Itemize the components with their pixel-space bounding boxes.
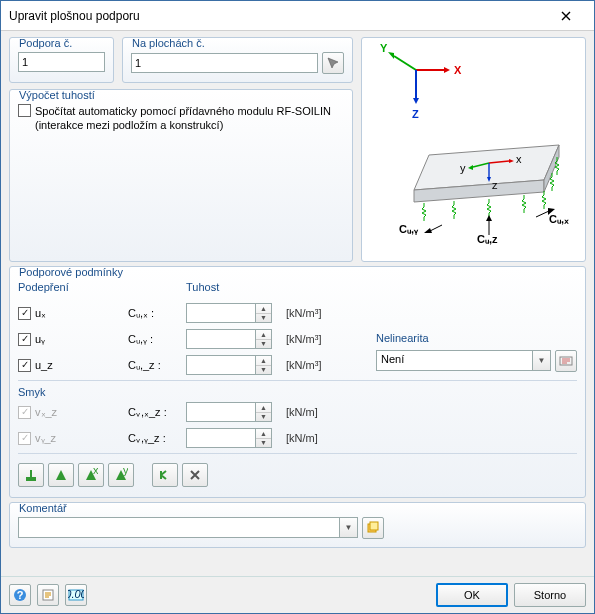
separator-2 [18,453,577,454]
svg-text:y: y [460,162,466,174]
uy-label: uᵧ [35,333,45,346]
ok-button[interactable]: OK [436,583,508,607]
units-button[interactable]: 0.00 [65,584,87,606]
smyk-label: Smyk [18,386,577,398]
client-area: Podpora č. Na plochách č. Výpočet tuhost… [1,31,594,576]
cuy-unit: [kN/m³] [286,333,356,345]
cvyz-label: Cᵥ,ᵧ_z : [128,432,186,445]
svg-text:Y: Y [380,42,388,54]
preset-4-button[interactable]: y [108,463,134,487]
ux-checkbox[interactable] [18,307,31,320]
uz-label: u_z [35,359,53,371]
row-vyz[interactable]: vᵧ_z [18,432,128,445]
cvyz-unit: [kN/m] [286,432,356,444]
col-podepreni: Podepření [18,281,128,293]
svg-text:Z: Z [412,108,419,120]
cuy-input[interactable]: ▲▼ [186,329,286,349]
svg-text:Cᵤ,ₓ: Cᵤ,ₓ [549,213,569,225]
cvxz-unit: [kN/m] [286,406,356,418]
titlebar: Upravit plošnou podporu [1,1,594,31]
cvyz-input[interactable]: ▲▼ [186,428,286,448]
svg-marker-33 [56,470,66,480]
svg-marker-1 [444,67,450,73]
close-button[interactable] [546,2,586,30]
cuz-label: Cᵤ,_z : [128,359,186,372]
dialog-window: Upravit plošnou podporu Podpora č. Na pl… [0,0,595,614]
svg-rect-31 [26,477,36,481]
clear-button[interactable] [182,463,208,487]
storno-button[interactable]: Storno [514,583,586,607]
svg-text:0.00: 0.00 [68,588,84,600]
cuz-unit: [kN/m³] [286,359,356,371]
svg-text:X: X [454,64,462,76]
separator [18,380,577,381]
row-ux[interactable]: uₓ [18,307,128,320]
svg-marker-5 [413,98,419,104]
vxz-checkbox[interactable] [18,406,31,419]
podpora-input[interactable] [18,52,105,72]
uz-checkbox[interactable] [18,359,31,372]
cuz-input[interactable]: ▲▼ [186,355,286,375]
komentar-value [18,517,340,538]
cux-label: Cᵤ,ₓ : [128,307,186,320]
col-tuhost: Tuhost [186,281,577,293]
row-uy[interactable]: uᵧ [18,333,128,346]
cuy-label: Cᵤ,ᵧ : [128,333,186,346]
chevron-down-icon[interactable]: ▼ [533,350,551,371]
svg-line-2 [394,56,416,70]
pick-surfaces-button[interactable] [322,52,344,74]
preset-1-button[interactable] [18,463,44,487]
nelinearita-details-button[interactable] [555,350,577,372]
svg-rect-39 [370,522,378,530]
group-komentar: Komentář ▼ [9,502,586,548]
podpora-legend: Podpora č. [17,37,74,49]
svg-rect-32 [30,470,32,477]
svg-text:?: ? [17,589,24,601]
footer: ? 0.00 OK Storno [1,576,594,613]
plochy-input[interactable] [131,53,318,73]
svg-text:y: y [123,468,128,476]
support-toolbar: x y [18,459,577,491]
window-title: Upravit plošnou podporu [9,9,546,23]
svg-text:x: x [93,468,98,476]
auto-rfsoilin-label: Spočítat automaticky pomocí přídavného m… [35,104,335,133]
svg-line-24 [430,225,442,231]
group-plochy: Na plochách č. [122,37,353,83]
auto-rfsoilin-field[interactable]: Spočítat automaticky pomocí přídavného m… [18,104,344,133]
svg-text:Cᵤ,z: Cᵤ,z [477,233,498,245]
preset-3-button[interactable]: x [78,463,104,487]
tuhosti-legend: Výpočet tuhostí [17,89,97,101]
komentar-combo[interactable]: ▼ [18,517,358,538]
svg-line-28 [536,211,549,217]
flip-button[interactable] [152,463,178,487]
cvxz-label: Cᵥ,ₓ_z : [128,406,186,419]
spin-down-icon[interactable]: ▼ [256,314,271,323]
svg-text:z: z [492,179,498,191]
uy-checkbox[interactable] [18,333,31,346]
row-vxz[interactable]: vₓ_z [18,406,128,419]
group-podminky: Podporové podmínky Podepření Tuhost uₓ C… [9,266,586,498]
vyz-checkbox[interactable] [18,432,31,445]
cux-input[interactable]: ▲▼ [186,303,286,323]
vxz-label: vₓ_z [35,406,57,419]
komentar-library-button[interactable] [362,517,384,539]
svg-text:Cᵤ,ᵧ: Cᵤ,ᵧ [399,223,419,235]
nelinearita-label: Nelinearita [376,332,577,344]
chevron-down-icon[interactable]: ▼ [340,517,358,538]
ux-label: uₓ [35,307,46,320]
help-button[interactable]: ? [9,584,31,606]
cux-unit: [kN/m³] [286,307,356,319]
plochy-legend: Na plochách č. [130,37,207,49]
cvxz-input[interactable]: ▲▼ [186,402,286,422]
spin-up-icon[interactable]: ▲ [256,304,271,314]
row-uz[interactable]: u_z [18,359,128,372]
nelinearita-combo[interactable]: Není ▼ [376,350,551,371]
komentar-legend: Komentář [17,502,69,514]
auto-rfsoilin-checkbox[interactable] [18,104,31,117]
svg-text:x: x [516,153,522,165]
podminky-legend: Podporové podmínky [17,266,125,278]
vyz-label: vᵧ_z [35,432,56,445]
notes-button[interactable] [37,584,59,606]
group-podpora: Podpora č. [9,37,114,83]
preset-2-button[interactable] [48,463,74,487]
